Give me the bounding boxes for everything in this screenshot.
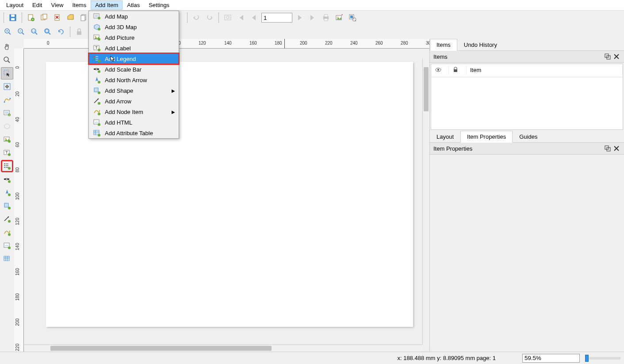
add-3d-map-tool[interactable] <box>1 120 13 133</box>
add-table-tool[interactable] <box>1 253 13 265</box>
menu-settings[interactable]: Settings <box>144 0 174 10</box>
canvas-viewport[interactable] <box>24 49 429 352</box>
tab-guides[interactable]: Guides <box>513 131 544 142</box>
close-icon[interactable] <box>613 53 620 61</box>
export-image-button[interactable]: * <box>333 11 345 24</box>
first-feature-button[interactable] <box>235 11 247 24</box>
dropdown-add-arrow[interactable]: Add Arrow <box>89 96 179 106</box>
next-feature-button[interactable] <box>293 11 306 24</box>
zoom-out-button[interactable] <box>15 26 27 38</box>
tab-layout[interactable]: Layout <box>430 131 460 142</box>
duplicate-layout-button[interactable] <box>38 11 50 24</box>
lock-button[interactable] <box>73 26 85 38</box>
menu-edit[interactable]: Edit <box>28 0 46 10</box>
feature-input[interactable] <box>261 13 292 23</box>
toolbox: + T </> <box>0 39 14 352</box>
pan-tool[interactable] <box>1 41 13 53</box>
dropdown-add-picture[interactable]: Add Picture <box>89 32 179 43</box>
dock-icon[interactable] <box>604 144 612 152</box>
svg-rect-63 <box>6 178 8 180</box>
menu-layout[interactable]: Layout <box>2 0 28 10</box>
save-button[interactable] <box>7 11 19 24</box>
add-legend-tool[interactable] <box>1 160 13 172</box>
menu-add-item[interactable]: Add Item <box>91 0 123 10</box>
dropdown-add-scalebar[interactable]: Add Scale Bar <box>89 64 179 75</box>
dropdown-label: Add Label <box>105 45 131 52</box>
item-props-panel-header: Item Properties <box>430 143 624 155</box>
zoom-tool[interactable] <box>1 54 13 66</box>
items-panel-header: Items <box>430 51 624 63</box>
redo-button[interactable] <box>203 11 216 24</box>
close-icon[interactable] <box>613 144 620 152</box>
add-html-tool[interactable]: </> <box>1 239 13 252</box>
ruler-guide-marker <box>284 39 285 48</box>
zoom-in-button[interactable] <box>2 26 14 38</box>
prev-feature-button[interactable] <box>248 11 260 24</box>
move-content-tool[interactable] <box>1 80 13 93</box>
dropdown-add-shape[interactable]: Add Shape ▶ <box>89 85 179 96</box>
dropdown-add-map[interactable]: Add Map <box>89 11 179 22</box>
add-map-tool[interactable]: + <box>1 107 13 119</box>
svg-rect-67 <box>4 203 8 207</box>
dropdown-label: Add Attribute Table <box>105 130 153 136</box>
svg-line-30 <box>22 33 24 34</box>
last-feature-button[interactable] <box>306 11 319 24</box>
svg-point-112 <box>98 81 100 83</box>
zoom-slider[interactable] <box>585 357 620 360</box>
add-node-item-tool[interactable] <box>1 226 13 239</box>
add-north-arrow-tool[interactable] <box>1 186 13 199</box>
add-label-tool[interactable]: T <box>1 147 13 159</box>
svg-rect-17 <box>324 19 328 21</box>
dropdown-add-north-arrow[interactable]: Add North Arrow <box>89 75 179 85</box>
atlas-preview-button[interactable] <box>222 11 234 24</box>
undo-button[interactable] <box>190 11 203 24</box>
layout-manager-button[interactable] <box>65 11 77 24</box>
zoom-full-button[interactable] <box>42 26 54 38</box>
horizontal-scrollbar[interactable] <box>24 345 422 352</box>
node-item-icon <box>92 108 101 116</box>
dropdown-label: Add Arrow <box>105 98 131 105</box>
add-scalebar-tool[interactable] <box>1 173 13 186</box>
tab-items[interactable]: Items <box>430 39 457 51</box>
svg-line-34 <box>35 33 37 34</box>
zoom-actual-button[interactable]: 1:1 <box>28 26 41 38</box>
dropdown-add-html[interactable]: </> Add HTML <box>89 117 179 128</box>
menu-items[interactable]: Items <box>68 0 91 10</box>
menu-view[interactable]: View <box>46 0 68 10</box>
svg-rect-1 <box>11 15 15 17</box>
dropdown-label: Add Shape <box>105 87 133 94</box>
tab-item-properties[interactable]: Item Properties <box>460 131 513 143</box>
svg-rect-109 <box>96 68 97 70</box>
svg-point-54 <box>8 153 11 156</box>
select-tool[interactable] <box>1 67 13 80</box>
svg-rect-101 <box>94 56 95 57</box>
edit-nodes-tool[interactable] <box>1 94 13 106</box>
dropdown-add-node-item[interactable]: Add Node Item ▶ <box>89 106 179 117</box>
tab-undo-history[interactable]: Undo History <box>457 39 504 50</box>
dropdown-add-legend[interactable]: Add Legend <box>89 53 179 64</box>
ruler-horizontal: 0 50 100 120 140 160 180 200 220 240 260… <box>24 39 429 49</box>
add-shape-tool[interactable] <box>1 200 13 212</box>
dropdown-add-3d-map[interactable]: Add 3D Map <box>89 22 179 32</box>
svg-rect-38 <box>77 31 81 35</box>
svg-rect-108 <box>94 68 96 70</box>
add-arrow-tool[interactable] <box>1 213 13 225</box>
dropdown-add-label[interactable]: T Add Label <box>89 43 179 53</box>
svg-rect-113 <box>94 88 98 92</box>
zoom-select[interactable] <box>522 354 580 363</box>
vertical-scrollbar[interactable] <box>422 58 429 345</box>
north-arrow-icon <box>92 76 101 84</box>
add-picture-tool[interactable] <box>1 133 13 146</box>
svg-rect-46 <box>5 111 8 114</box>
items-list[interactable]: Item <box>431 64 623 130</box>
svg-rect-2 <box>11 18 15 20</box>
dropdown-add-attribute-table[interactable]: Add Attribute Table <box>89 128 179 138</box>
new-layout-button[interactable]: + <box>25 11 37 24</box>
atlas-settings-button[interactable] <box>346 11 359 24</box>
items-col-lock <box>449 66 467 75</box>
print-button[interactable] <box>320 11 332 24</box>
delete-layout-button[interactable] <box>51 11 64 24</box>
refresh-button[interactable] <box>55 26 67 38</box>
dock-icon[interactable] <box>604 53 612 61</box>
menu-atlas[interactable]: Atlas <box>123 0 144 10</box>
